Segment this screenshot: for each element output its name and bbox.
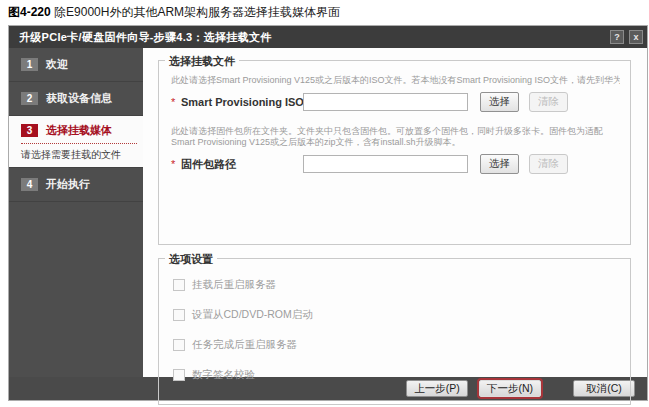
required-asterisk: * <box>169 96 181 108</box>
step-number-badge: 3 <box>21 124 38 137</box>
step-label: 开始执行 <box>46 177 90 192</box>
mount-file-group-legend: 选择挂载文件 <box>165 54 239 69</box>
step-label: 欢迎 <box>46 57 68 72</box>
sidebar-step[interactable]: 2获取设备信息 <box>9 82 143 116</box>
option-label: 挂载后重启服务器 <box>192 278 276 292</box>
sidebar-step-active[interactable]: 3选择挂载媒体请选择需要挂载的文件 <box>9 116 143 168</box>
sidebar-step-row: 3选择挂载媒体 <box>21 123 137 138</box>
step-label: 选择挂载媒体 <box>46 123 112 138</box>
figure-caption-text: 除E9000H外的其他ARM架构服务器选择挂载媒体界面 <box>54 5 340 19</box>
iso-clear-button: 清除 <box>529 92 568 112</box>
iso-file-input[interactable] <box>303 93 468 111</box>
step-number-badge: 1 <box>21 58 38 71</box>
step-label: 获取设备信息 <box>46 91 112 106</box>
step-number-badge: 2 <box>21 92 38 105</box>
option-settings-group: 选项设置 挂载后重启服务器设置从CD/DVD-ROM启动任务完成后重启服务器数字… <box>158 258 631 405</box>
firmware-clear-button: 清除 <box>529 154 568 174</box>
close-icon[interactable]: x <box>629 30 643 44</box>
firmware-path-input[interactable] <box>303 155 468 173</box>
required-asterisk: * <box>169 158 181 170</box>
option-label: 设置从CD/DVD-ROM启动 <box>192 308 313 322</box>
figure-caption-label: 图4-220 <box>8 5 51 19</box>
option-checkbox <box>173 309 185 321</box>
iso-field-row: * Smart Provisioning ISO文件 选择 清除 <box>169 92 620 112</box>
step-subtitle: 请选择需要挂载的文件 <box>21 148 137 162</box>
figure-caption: 图4-220 除E9000H外的其他ARM架构服务器选择挂载媒体界面 <box>8 4 340 21</box>
option-list: 挂载后重启服务器设置从CD/DVD-ROM启动任务完成后重启服务器数字签名校验 <box>169 278 620 382</box>
option-label: 任务完成后重启服务器 <box>192 338 297 352</box>
mount-file-group: 选择挂载文件 此处请选择Smart Provisioning V125或之后版本… <box>158 60 631 245</box>
iso-file-label: Smart Provisioning ISO文件 <box>181 95 303 110</box>
dialog-content: 选择挂载文件 此处请选择Smart Provisioning V125或之后版本… <box>143 48 647 377</box>
firmware-path-label: 固件包路径 <box>181 157 303 172</box>
firmware-field-row: * 固件包路径 选择 清除 <box>169 154 620 174</box>
option-checkbox <box>173 369 185 381</box>
option-row: 任务完成后重启服务器 <box>173 338 620 352</box>
firmware-hint-text: 此处请选择固件包所在文件夹。文件夹中只包含固件包。可放置多个固件包，同时升级多张… <box>171 126 620 148</box>
dialog-titlebar: 升级PCIe卡/硬盘固件向导-步骤4.3：选择挂载文件 ? x <box>9 26 647 48</box>
wizard-steps: 1欢迎2获取设备信息3选择挂载媒体请选择需要挂载的文件4开始执行 <box>9 48 143 377</box>
firmware-select-button[interactable]: 选择 <box>480 154 519 174</box>
option-checkbox <box>173 339 185 351</box>
option-label: 数字签名校验 <box>192 368 255 382</box>
sidebar-step[interactable]: 4开始执行 <box>9 168 143 202</box>
group-spacer <box>169 188 620 240</box>
option-row: 数字签名校验 <box>173 368 620 382</box>
step-number-badge: 4 <box>21 178 38 191</box>
option-row: 挂载后重启服务器 <box>173 278 620 292</box>
help-icon[interactable]: ? <box>610 30 624 44</box>
option-checkbox <box>173 279 185 291</box>
dialog-title: 升级PCIe卡/硬盘固件向导-步骤4.3：选择挂载文件 <box>19 30 605 45</box>
option-settings-legend: 选项设置 <box>165 252 217 267</box>
iso-hint-text: 此处请选择Smart Provisioning V125或之后版本的ISO文件。… <box>171 75 620 86</box>
step-dotted-divider <box>21 143 137 144</box>
sidebar-step[interactable]: 1欢迎 <box>9 48 143 82</box>
iso-select-button[interactable]: 选择 <box>480 92 519 112</box>
upgrade-wizard-dialog: 升级PCIe卡/硬盘固件向导-步骤4.3：选择挂载文件 ? x 1欢迎2获取设备… <box>8 25 648 401</box>
option-row: 设置从CD/DVD-ROM启动 <box>173 308 620 322</box>
dialog-body: 1欢迎2获取设备信息3选择挂载媒体请选择需要挂载的文件4开始执行 选择挂载文件 … <box>9 48 647 377</box>
